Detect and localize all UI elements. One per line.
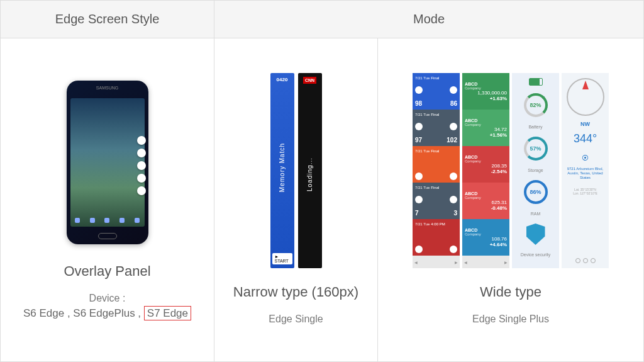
team-icon <box>415 86 423 94</box>
panel-footer: ◀▶ <box>413 256 460 268</box>
table-content-row: SAMSUNG Overlay Panel Device : <box>0 38 644 362</box>
contact-dot <box>137 149 146 157</box>
edge-contacts <box>137 136 146 195</box>
column-wide: 7/21 Tue Final 9886 7/21 Tue Final 97102… <box>378 38 643 361</box>
team-icon <box>415 123 423 130</box>
contact-dot <box>137 161 146 170</box>
phone-mockup: SAMSUNG <box>67 81 148 244</box>
score-tile: 7/21 Tue Final 9886 <box>413 73 460 110</box>
wide-panel-compass: NW 344° ⦿ 9721 Arboretum Blvd, Austin, T… <box>562 73 609 268</box>
stock-tile: ABCD Company 208.35 -2.54% <box>462 146 509 183</box>
panel-title-vertical: Memory Match <box>279 143 286 192</box>
table-header-row: Edge Screen Style Mode <box>0 0 644 38</box>
wide-title: Wide type <box>480 284 541 300</box>
contact-dot <box>137 136 146 145</box>
narrow-panels-demo: 0420 Memory Match ► START CNN Loading... <box>270 73 322 268</box>
team-icon <box>450 173 457 180</box>
battery-ring: 82% <box>524 93 548 117</box>
compass-heading-deg: 344° <box>574 132 597 145</box>
score-tile: 7/21 Tue Final 97102 <box>413 110 460 146</box>
panel-footer: ◀▶ <box>462 256 509 268</box>
phone-screen <box>70 98 145 227</box>
wide-panel-stocks: ABCD Company 1,330,000.00 +1.63% ABCD Co… <box>462 73 509 268</box>
narrow-panel-blue: 0420 Memory Match ► START <box>270 73 294 268</box>
wide-subtitle: Edge Single Plus <box>472 312 549 327</box>
stock-tile: ABCD Company 625.31 -0.48% <box>462 183 509 219</box>
team-icon <box>415 246 423 253</box>
home-button-icon <box>98 233 117 239</box>
device-label: Device : <box>89 291 126 306</box>
address-text: 9721 Arboretum Blvd, Austin, Texas, Unit… <box>564 167 606 181</box>
score-tile: 7/21 Tue 4:00 PM <box>413 219 460 256</box>
start-button[interactable]: ► START <box>272 253 292 264</box>
security-label: Device security <box>521 252 550 257</box>
column-overlay: SAMSUNG Overlay Panel Device : <box>1 38 214 361</box>
ram-ring: 86% <box>524 180 548 204</box>
panel-number: 0420 <box>277 77 288 82</box>
header-mode: Mode <box>214 1 643 38</box>
battery-label: Battery <box>528 125 542 129</box>
stock-tile: ABCD Company 1,330,000.00 +1.63% <box>462 73 509 110</box>
contact-dot <box>137 174 146 183</box>
ram-label: RAM <box>531 212 541 216</box>
battery-icon <box>529 78 543 86</box>
team-icon <box>415 196 423 203</box>
column-narrow: 0420 Memory Match ► START CNN Loading...… <box>214 38 378 361</box>
contact-dot <box>137 186 146 195</box>
device-item: S6 Edge <box>23 307 64 319</box>
compass-heading-dir: NW <box>580 121 590 127</box>
team-icon <box>450 196 457 203</box>
shield-icon <box>526 223 545 245</box>
team-icon <box>450 123 457 130</box>
phone-dock <box>70 218 145 223</box>
device-item-highlighted: S7 Edge <box>144 306 191 320</box>
team-icon <box>450 86 457 94</box>
storage-label: Storage <box>528 168 543 173</box>
score-tile: 7/21 Tue Final <box>413 146 460 183</box>
nav-dot[interactable] <box>575 258 580 263</box>
header-edge-style: Edge Screen Style <box>1 1 214 38</box>
overlay-title: Overlay Panel <box>64 263 150 280</box>
wide-panels-demo: 7/21 Tue Final 9886 7/21 Tue Final 97102… <box>413 73 609 268</box>
wide-panel-scores: 7/21 Tue Final 9886 7/21 Tue Final 97102… <box>413 73 460 268</box>
team-icon <box>415 173 423 180</box>
device-item: S6 EdgePlus <box>73 307 135 319</box>
phone-brand-label: SAMSUNG <box>67 86 148 90</box>
loading-text: Loading... <box>306 157 313 191</box>
score-tile: 7/21 Tue Final 73 <box>413 183 460 219</box>
team-icon <box>450 246 457 253</box>
narrow-subtitle: Edge Single <box>269 312 323 327</box>
nav-dot[interactable] <box>583 258 588 263</box>
compass-icon <box>567 78 604 116</box>
storage-ring: 57% <box>524 137 548 161</box>
stock-tile: ABCD Company 108.76 +4.64% <box>462 219 509 256</box>
nav-dots <box>575 258 596 263</box>
narrow-panel-black: CNN Loading... <box>298 73 322 268</box>
wide-panel-system: 82% Battery 57% Storage 86% RAM Device s… <box>512 73 559 268</box>
cnn-logo: CNN <box>303 77 316 84</box>
nav-dot[interactable] <box>591 258 596 263</box>
stock-tile: ABCD Company 34.72 +1.56% <box>462 110 509 146</box>
device-list: S6 Edge , S6 EdgePlus , S7 Edge <box>23 307 191 320</box>
location-pin-icon: ⦿ <box>582 154 589 162</box>
narrow-title: Narrow type (160px) <box>233 284 358 300</box>
coordinates-text: Lat. 35°15'30"N Lon. 127°02'10"E <box>573 188 597 195</box>
